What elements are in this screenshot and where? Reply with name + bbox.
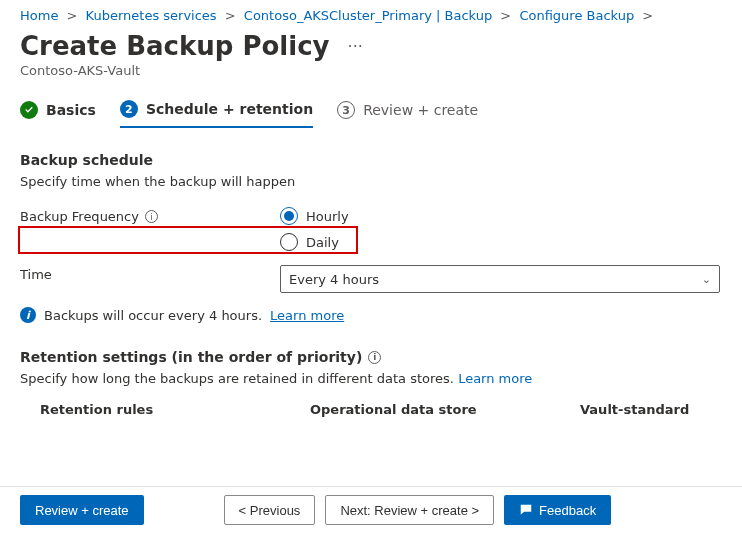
- next-button[interactable]: Next: Review + create >: [325, 495, 494, 525]
- backup-frequency-label: Backup Frequency i: [20, 207, 280, 224]
- more-actions-button[interactable]: ···: [342, 37, 369, 56]
- footer-bar: Review + create < Previous Next: Review …: [0, 486, 742, 533]
- crumb-home[interactable]: Home: [20, 8, 58, 23]
- check-icon: [20, 101, 38, 119]
- feedback-icon: [519, 503, 533, 517]
- crumb-sep: >: [225, 8, 236, 23]
- crumb-sep: >: [642, 8, 653, 23]
- breadcrumb: Home > Kubernetes services > Contoso_AKS…: [0, 0, 742, 27]
- retention-columns-header: Retention rules Operational data store V…: [20, 402, 722, 417]
- crumb-configure-backup[interactable]: Configure Backup: [519, 8, 634, 23]
- backup-frequency-info: Backups will occur every 4 hours.: [44, 308, 262, 323]
- review-create-button[interactable]: Review + create: [20, 495, 144, 525]
- radio-hourly-label: Hourly: [306, 209, 349, 224]
- time-select[interactable]: Every 4 hours ⌄: [280, 265, 720, 293]
- step-number-icon: 3: [337, 101, 355, 119]
- radio-daily-label: Daily: [306, 235, 339, 250]
- info-icon[interactable]: i: [145, 210, 158, 223]
- chevron-down-icon: ⌄: [702, 273, 711, 286]
- backup-schedule-desc: Specify time when the backup will happen: [20, 174, 722, 189]
- col-retention-rules: Retention rules: [20, 402, 310, 417]
- time-select-value: Every 4 hours: [289, 272, 379, 287]
- retention-settings-heading: Retention settings (in the order of prio…: [20, 349, 362, 365]
- tab-basics[interactable]: Basics: [20, 101, 96, 127]
- crumb-cluster-backup[interactable]: Contoso_AKSCluster_Primary | Backup: [244, 8, 492, 23]
- retention-desc: Specify how long the backups are retaine…: [20, 371, 454, 386]
- crumb-sep: >: [67, 8, 78, 23]
- tab-schedule-label: Schedule + retention: [146, 101, 313, 117]
- previous-button[interactable]: < Previous: [224, 495, 316, 525]
- tab-review-label: Review + create: [363, 102, 478, 118]
- radio-daily[interactable]: Daily: [280, 233, 349, 251]
- feedback-button[interactable]: Feedback: [504, 495, 611, 525]
- backup-schedule-heading: Backup schedule: [20, 152, 722, 168]
- tab-basics-label: Basics: [46, 102, 96, 118]
- page-title: Create Backup Policy: [20, 31, 330, 61]
- crumb-kubernetes[interactable]: Kubernetes services: [86, 8, 217, 23]
- radio-indicator-checked: [280, 207, 298, 225]
- info-icon: i: [20, 307, 36, 323]
- time-label: Time: [20, 265, 280, 282]
- col-operational-store: Operational data store: [310, 402, 580, 417]
- page-subtitle: Contoso-AKS-Vault: [0, 61, 742, 96]
- info-icon[interactable]: i: [368, 351, 381, 364]
- tab-review-create[interactable]: 3 Review + create: [337, 101, 478, 127]
- radio-hourly[interactable]: Hourly: [280, 207, 349, 225]
- col-vault-standard: Vault-standard: [580, 402, 689, 417]
- step-number-icon: 2: [120, 100, 138, 118]
- wizard-steps: Basics 2 Schedule + retention 3 Review +…: [0, 96, 742, 128]
- tab-schedule-retention[interactable]: 2 Schedule + retention: [120, 100, 313, 128]
- crumb-sep: >: [500, 8, 511, 23]
- radio-indicator: [280, 233, 298, 251]
- learn-more-link[interactable]: Learn more: [458, 371, 532, 386]
- learn-more-link[interactable]: Learn more: [270, 308, 344, 323]
